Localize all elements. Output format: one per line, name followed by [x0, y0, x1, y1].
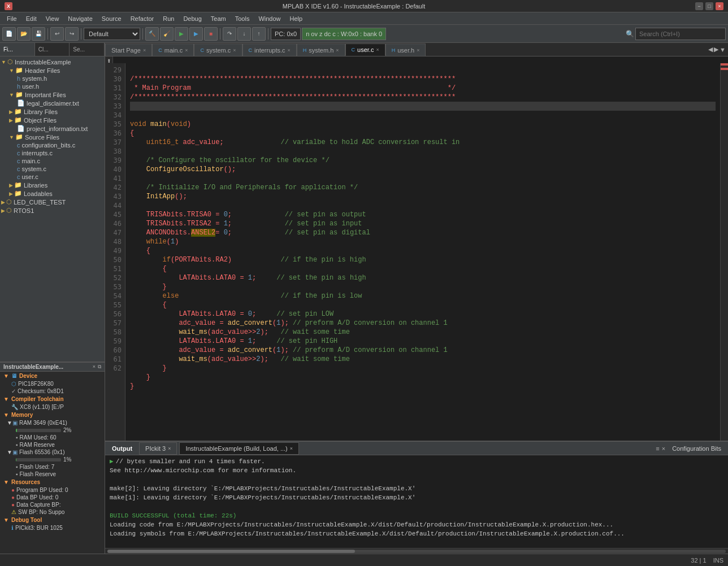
tree-file-userh[interactable]: h user.h — [0, 82, 105, 90]
output-close-icon[interactable]: × — [662, 445, 665, 452]
gutter-icon-1[interactable]: ⬅ — [106, 59, 112, 63]
userh-close[interactable]: × — [417, 47, 419, 53]
debug-button[interactable]: ▶ — [189, 27, 203, 41]
run-button[interactable]: ▶ — [175, 27, 188, 41]
data-bp[interactable]: ● Data BP Used: 0 — [0, 494, 105, 501]
userc-close[interactable]: × — [376, 47, 379, 53]
ram-header[interactable]: ▼ ▣ RAM 3649 (0xE41) — [0, 419, 105, 426]
menu-team[interactable]: Team — [206, 14, 231, 23]
step-into-button[interactable]: ↓ — [237, 27, 251, 41]
output-hscrollbar[interactable] — [107, 550, 726, 553]
build-button[interactable]: 🔨 — [145, 27, 159, 41]
tree-file-userc-src[interactable]: c user.c — [0, 173, 105, 181]
menu-debug[interactable]: Debug — [179, 14, 206, 23]
tab-dropdown[interactable]: ▼ — [720, 46, 726, 53]
new-button[interactable]: 📄 — [2, 27, 16, 41]
editor-tab-startpage[interactable]: Start Page × — [105, 43, 152, 56]
tree-file-projectinfo[interactable]: 📄 project_information.txt — [0, 124, 105, 133]
tree-folder-headerfiles[interactable]: ▼ 📁 Header Files — [0, 66, 105, 75]
step-over-button[interactable]: ↷ — [223, 27, 236, 41]
tree-folder-sourcefiles[interactable]: ▼ 📁 Source Files — [0, 133, 105, 141]
tab-scroll-right[interactable]: ▶ — [714, 46, 718, 53]
editor-scrollbar[interactable] — [720, 63, 728, 441]
mainc-close[interactable]: × — [185, 47, 188, 53]
sidebar-tab-files[interactable]: Fi... — [0, 43, 35, 56]
code-editor[interactable]: /***************************************… — [125, 63, 720, 441]
tree-folder-libraries[interactable]: ▶ 📁 Libraries — [0, 181, 105, 189]
menu-navigate[interactable]: Navigate — [63, 14, 97, 23]
menu-source[interactable]: Source — [97, 14, 126, 23]
device-pic18f26k80[interactable]: ⬡ PIC18F26K80 — [0, 380, 105, 388]
menu-tools[interactable]: Tools — [231, 14, 254, 23]
program-bp[interactable]: ● Program BP Used: 0 — [0, 486, 105, 494]
tree-file-interruptsc-src[interactable]: c interrupts.c — [0, 149, 105, 157]
tree-project-rtos1[interactable]: ▶ ⬡ RTOS1 — [0, 206, 105, 215]
step-out-button[interactable]: ↑ — [252, 27, 266, 41]
tree-file-legaldisclaimer[interactable]: 📄 legal_disclaimer.txt — [0, 99, 105, 107]
tree-file-configbits[interactable]: c configuration_bits.c — [0, 141, 105, 149]
save-button[interactable]: 💾 — [32, 27, 45, 41]
tree-folder-libraryfiles[interactable]: ▶ 📁 Library Files — [0, 107, 105, 116]
compiler-section-header[interactable]: ▼ Compiler Toolchain — [0, 395, 105, 403]
output-tab-pickit3[interactable]: PIckit 3 × — [139, 442, 177, 455]
data-capture-bp[interactable]: ● Data Capture BP: — [0, 501, 105, 508]
dashboard-close-icon[interactable]: × — [93, 364, 96, 370]
build-tab-close[interactable]: × — [290, 446, 293, 451]
output-options-icon[interactable]: ≡ — [656, 445, 659, 452]
open-button[interactable]: 📂 — [17, 27, 31, 41]
minimize-button[interactable]: − — [695, 2, 703, 10]
interruptsc-close[interactable]: × — [288, 47, 291, 53]
tree-folder-loadables[interactable]: ▶ 📁 Loadables — [0, 189, 105, 198]
menu-view[interactable]: View — [41, 14, 64, 23]
debugtool-section-header[interactable]: ▼ Debug Tool — [0, 516, 105, 524]
tree-folder-importantfiles[interactable]: ▼ 📁 Important Files — [0, 90, 105, 99]
output-tab-build[interactable]: InstructableExample (Build, Load, ...) × — [179, 442, 299, 455]
pickit3-item[interactable]: ℹ PICkit3: BUR 1025 — [0, 524, 105, 532]
editor-tab-userc[interactable]: C user.c × — [345, 43, 385, 56]
undo-button[interactable]: ↩ — [50, 27, 64, 41]
sidebar-tab-services[interactable]: Se... — [70, 43, 105, 56]
dashboard-float-icon[interactable]: ⧉ — [98, 364, 101, 370]
output-content[interactable]: ▶ // bytes smaller and run 4 times faste… — [105, 455, 728, 548]
editor-tab-interruptsc[interactable]: C interrupts.c × — [242, 43, 297, 56]
redo-button[interactable]: ↪ — [65, 27, 79, 41]
editor-tab-mainc[interactable]: C main.c × — [152, 43, 194, 56]
device-section-header[interactable]: ▼ 🖥 Device — [0, 372, 105, 380]
maximize-button[interactable]: □ — [705, 2, 713, 10]
menu-edit[interactable]: Edit — [21, 14, 41, 23]
close-button[interactable]: × — [716, 2, 723, 10]
editor-tab-systemh[interactable]: H system.h × — [297, 43, 345, 56]
menu-file[interactable]: File — [2, 14, 21, 23]
menu-refactor[interactable]: Refactor — [126, 14, 159, 23]
tab-scroll-left[interactable]: ◀ — [708, 46, 713, 53]
configuration-bits-label[interactable]: Configuration Bits — [668, 445, 726, 452]
flash-used[interactable]: ▪ Flash Used: 7 — [0, 463, 105, 471]
editor-tab-systemc[interactable]: C system.c × — [194, 43, 242, 56]
tree-file-mainc-src[interactable]: c main.c — [0, 157, 105, 165]
menu-window[interactable]: Window — [254, 14, 285, 23]
clean-button[interactable]: 🧹 — [160, 27, 174, 41]
systemc-close[interactable]: × — [233, 47, 236, 53]
memory-section-header[interactable]: ▼ Memory — [0, 411, 105, 419]
search-input[interactable] — [635, 28, 726, 40]
systemh-close[interactable]: × — [336, 47, 339, 53]
menu-run[interactable]: Run — [158, 14, 179, 23]
tree-file-systemc-src[interactable]: c system.c — [0, 165, 105, 173]
ram-used[interactable]: ▪ RAM Used: 60 — [0, 434, 105, 441]
sidebar-tab-classes[interactable]: Cl... — [35, 43, 70, 56]
compiler-xc8[interactable]: 🔧 XC8 (v1.10) [E:/P — [0, 403, 105, 411]
sw-bp[interactable]: ⚠ SW BP: No Suppo — [0, 508, 105, 516]
configuration-dropdown[interactable]: Default — [84, 28, 140, 40]
pickit3-tab-close[interactable]: × — [168, 446, 171, 451]
menu-help[interactable]: Help — [285, 14, 307, 23]
device-checksum[interactable]: ✓ Checksum: 0x8D1 — [0, 388, 105, 395]
ram-reserve[interactable]: ▪ RAM Reserve — [0, 441, 105, 449]
tree-project-instructable[interactable]: ▼ ⬡ InstructableExample — [0, 58, 105, 66]
flash-reserve[interactable]: ▪ Flash Reserve — [0, 471, 105, 478]
editor-tab-userh[interactable]: H user.h × — [385, 43, 426, 56]
flash-header[interactable]: ▼ ▣ Flash 65536 (0x1) — [0, 449, 105, 456]
resources-section-header[interactable]: ▼ Resources — [0, 478, 105, 486]
tree-folder-objectfiles[interactable]: ▶ 📁 Object Files — [0, 116, 105, 124]
tree-file-systemh[interactable]: h system.h — [0, 75, 105, 82]
stop-button[interactable]: ■ — [204, 27, 218, 41]
